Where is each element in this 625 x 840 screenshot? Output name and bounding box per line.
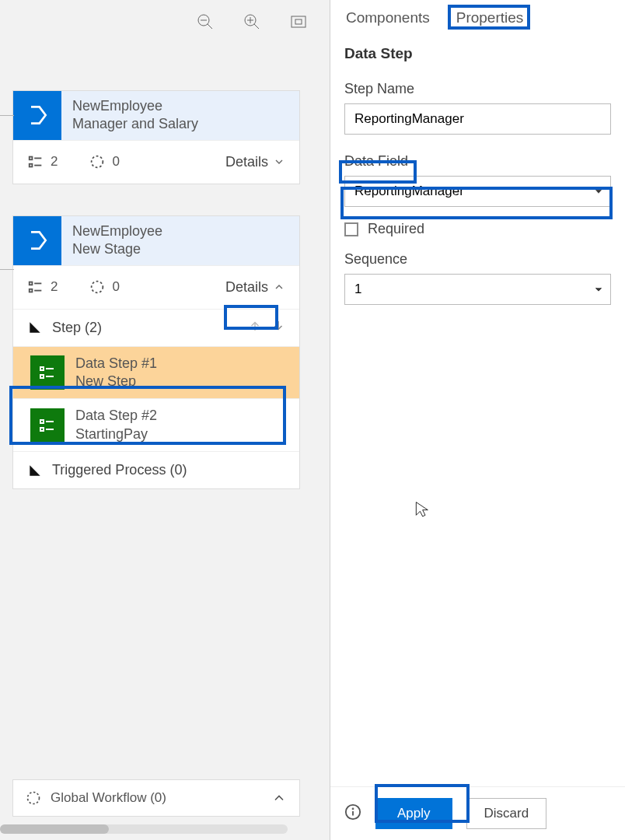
info-icon[interactable] xyxy=(344,803,361,824)
steps-count: 2 xyxy=(27,278,58,296)
steps-section-header[interactable]: Step (2) xyxy=(13,309,299,346)
stage-chevron-icon xyxy=(13,216,61,265)
zoom-out-icon[interactable] xyxy=(196,12,215,34)
svg-point-35 xyxy=(353,808,354,809)
apply-button[interactable]: Apply xyxy=(375,798,452,829)
step-tile[interactable]: Data Step #2 StartingPay xyxy=(13,398,299,451)
panel-heading: Data Step xyxy=(344,45,611,62)
stage-title: NewEmployee Manager and Salary xyxy=(61,91,208,140)
triggered-section-header[interactable]: Triggered Process (0) xyxy=(13,451,299,488)
process-count: 0 xyxy=(89,153,119,170)
required-checkbox-row[interactable]: Required xyxy=(344,221,611,237)
data-step-icon xyxy=(30,408,65,443)
details-label: Details xyxy=(225,154,268,170)
sequence-select[interactable]: 1 xyxy=(344,274,611,305)
horizontal-scrollbar[interactable] xyxy=(0,824,326,834)
stage-name-label: Manager and Salary xyxy=(72,115,198,133)
svg-marker-30 xyxy=(30,465,40,475)
svg-rect-28 xyxy=(40,428,44,431)
stage-stats-row: 2 0 Details xyxy=(13,140,299,184)
stage-chevron-icon xyxy=(13,91,61,140)
stage-title: NewEmployee New Stage xyxy=(61,216,172,265)
data-field-label: Data Field xyxy=(344,153,611,170)
svg-rect-9 xyxy=(30,157,33,160)
steps-section-label: Step (2) xyxy=(52,320,102,336)
canvas-toolbar xyxy=(0,0,330,47)
panel-footer: Apply Discard xyxy=(330,786,625,840)
stage-card[interactable]: NewEmployee New Stage 2 0 Details xyxy=(12,215,300,489)
svg-point-31 xyxy=(28,793,40,804)
step-name-label: Step Name xyxy=(344,81,611,97)
collapse-icon xyxy=(27,463,43,478)
tab-components[interactable]: Components xyxy=(344,6,431,30)
step-tile[interactable]: Data Step #1 New Step xyxy=(13,346,299,399)
data-field-select[interactable]: ReportingManager xyxy=(344,176,611,207)
step-title: Data Step #2 xyxy=(75,407,157,425)
svg-rect-8 xyxy=(295,19,302,24)
data-step-icon xyxy=(30,355,65,390)
process-count-value: 0 xyxy=(112,279,119,295)
step-title: Data Step #1 xyxy=(75,355,157,373)
details-label: Details xyxy=(225,279,268,296)
step-subtitle: New Step xyxy=(75,373,157,390)
stage-entity-label: NewEmployee xyxy=(72,222,162,240)
stage-stats-row: 2 0 Details xyxy=(13,265,299,309)
svg-marker-32 xyxy=(596,190,602,193)
svg-point-18 xyxy=(92,282,103,293)
svg-rect-26 xyxy=(40,420,44,423)
discard-button[interactable]: Discard xyxy=(466,798,547,829)
svg-rect-16 xyxy=(30,289,33,292)
triggered-section-label: Triggered Process (0) xyxy=(52,462,187,478)
svg-line-4 xyxy=(254,24,259,29)
details-toggle[interactable]: Details xyxy=(225,154,285,170)
fit-to-screen-icon[interactable] xyxy=(289,12,308,34)
process-count: 0 xyxy=(89,278,119,296)
tab-properties[interactable]: Properties xyxy=(455,6,525,30)
chevron-up-icon xyxy=(271,790,287,806)
stage-entity-label: NewEmployee xyxy=(72,97,198,115)
svg-point-13 xyxy=(92,156,103,168)
step-text: Data Step #1 New Step xyxy=(75,355,157,391)
svg-rect-24 xyxy=(40,375,44,378)
global-workflow-bar[interactable]: Global Workflow (0) xyxy=(12,779,300,817)
details-toggle[interactable]: Details xyxy=(225,279,285,296)
move-up-icon[interactable] xyxy=(248,319,262,337)
connector-line xyxy=(0,115,14,116)
checkbox-icon[interactable] xyxy=(344,222,358,236)
step-name-input[interactable] xyxy=(344,103,611,135)
svg-rect-22 xyxy=(40,367,44,370)
sequence-label: Sequence xyxy=(344,251,611,268)
sequence-value: 1 xyxy=(354,282,361,297)
panel-tabs: Components Properties xyxy=(330,0,625,30)
svg-rect-7 xyxy=(292,16,306,27)
move-down-icon[interactable] xyxy=(271,319,285,337)
steps-count-value: 2 xyxy=(51,154,58,170)
svg-rect-14 xyxy=(30,282,33,285)
stage-header[interactable]: NewEmployee New Stage xyxy=(13,216,299,265)
steps-count-value: 2 xyxy=(51,279,58,295)
zoom-in-icon[interactable] xyxy=(243,12,261,34)
step-subtitle: StartingPay xyxy=(75,425,157,443)
stage-name-label: New Stage xyxy=(72,240,162,258)
global-workflow-label: Global Workflow (0) xyxy=(51,790,166,806)
svg-marker-19 xyxy=(30,322,40,332)
process-count-value: 0 xyxy=(112,154,119,170)
required-label: Required xyxy=(368,221,424,237)
panel-body: Data Step Step Name Data Field Reporting… xyxy=(330,30,625,786)
collapse-icon xyxy=(27,320,43,335)
step-text: Data Step #2 StartingPay xyxy=(75,407,157,443)
designer-canvas: NewEmployee Manager and Salary 2 0 Detai… xyxy=(0,0,330,840)
connector-line xyxy=(0,269,14,270)
stage-header[interactable]: NewEmployee Manager and Salary xyxy=(13,91,299,140)
svg-rect-11 xyxy=(30,164,33,167)
svg-line-1 xyxy=(208,24,212,29)
properties-panel: Components Properties Data Step Step Nam… xyxy=(330,0,625,840)
steps-count: 2 xyxy=(27,153,58,170)
data-field-value: ReportingManager xyxy=(354,184,464,199)
stage-card[interactable]: NewEmployee Manager and Salary 2 0 Detai… xyxy=(12,90,300,184)
